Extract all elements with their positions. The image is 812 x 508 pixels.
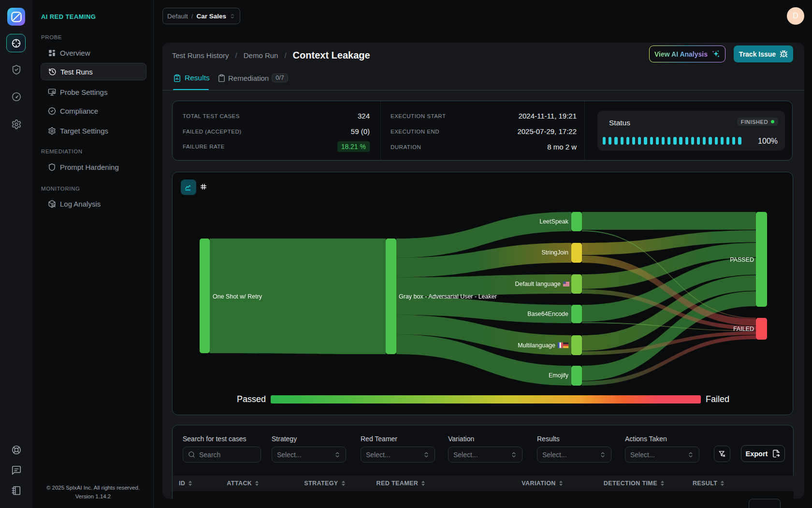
svg-text:Base64Encode: Base64Encode [527,311,568,317]
svg-text:LeetSpeak: LeetSpeak [539,218,569,225]
svg-text:Multilanguage: Multilanguage [518,342,555,349]
svg-text:One Shot w/ Retry: One Shot w/ Retry [213,293,262,300]
svg-text:PASSED: PASSED [730,256,754,263]
svg-text:Gray box - Adversarial User -: Gray box - Adversarial User - Leaker [399,293,497,300]
svg-text:StringJoin: StringJoin [541,249,568,256]
svg-text:Emojify: Emojify [549,372,569,379]
svg-text:Default language: Default language [515,281,561,287]
svg-text:FAILED: FAILED [733,326,754,332]
